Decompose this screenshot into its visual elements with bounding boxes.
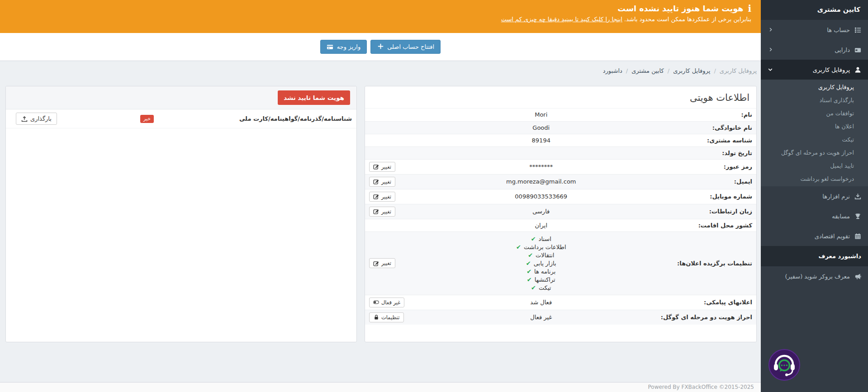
sidebar-item-referral-dashboard[interactable]: داشبورد معرف	[761, 246, 868, 266]
table-row-country: کشور محل اقامت: ایران	[365, 219, 756, 231]
sidebar-item-label: معرف بروکر شوید (سفیر)	[785, 273, 850, 280]
breadcrumb-user-profile[interactable]: پروفایل کاربری	[673, 67, 710, 74]
settings-label: تنظیمات	[381, 314, 400, 321]
list-item: اطلاعات برداشت✔	[451, 244, 631, 250]
change-label: تغییر	[381, 208, 391, 215]
toggle-off-icon	[373, 299, 379, 305]
change-notifications-button[interactable]: تغییر	[369, 258, 395, 268]
change-label: تغییر	[381, 260, 391, 266]
row-label: نام:	[635, 109, 756, 121]
submenu-item-my-agreements[interactable]: توافقات من	[761, 107, 868, 120]
sidebar-item-profile[interactable]: پروفایل کاربری	[761, 60, 868, 80]
change-password-button[interactable]: تغییر	[369, 162, 395, 172]
sidebar-item-assets[interactable]: دارایی	[761, 40, 868, 60]
list-item: بازار یابی✔	[451, 260, 631, 267]
edit-icon	[373, 194, 379, 199]
disable-sms-button[interactable]: غیر فعال	[369, 298, 404, 307]
row-label: اعلانهای پیامکی:	[635, 295, 756, 310]
sidebar-item-contest[interactable]: مسابقه	[761, 206, 868, 226]
breadcrumb-current: پروفایل کاربری	[720, 67, 757, 74]
sidebar-item-accounts[interactable]: حساب ها	[761, 20, 868, 40]
change-mobile-button[interactable]: تغییر	[369, 192, 395, 202]
footer: Powered By FXBackOffice ©2015-2025	[0, 382, 761, 392]
app-root: کابین مشتری حساب ها دارایی پروفایل کارب	[0, 0, 868, 392]
missing-info-link[interactable]: اینجا را کلیک کنید تا ببینید دقیقا چه چی…	[501, 16, 622, 23]
submenu-item-cancel-withdrawal[interactable]: درخواست لغو برداشت	[761, 172, 868, 185]
table-row-email: ایمیل: mg.moreza@gmail.com تغییر	[365, 174, 756, 189]
edit-icon	[373, 164, 379, 170]
sidebar-item-label: نرم افزارها	[822, 193, 850, 200]
check-icon: ✔	[531, 285, 536, 291]
sidebar-item-label: مسابقه	[832, 213, 850, 220]
row-value: ********	[447, 159, 635, 174]
footer-credit: Powered By FXBackOffice ©2015-2025	[648, 384, 754, 390]
support-chat-widget[interactable]	[768, 349, 800, 381]
sidebar-item-economic-calendar[interactable]: تقویم اقتصادی	[761, 226, 868, 246]
disable-label: غیر فعال	[381, 299, 400, 306]
table-row-lastname: نام خانوادگی: Goodi	[365, 121, 756, 134]
deposit-button[interactable]: واریز وجه	[320, 40, 367, 54]
row-value: فارسی	[447, 204, 635, 219]
sidebar-item-become-broker-referrer[interactable]: معرف بروکر شوید (سفیر)	[761, 266, 868, 286]
submenu-item-notifications[interactable]: اعلان ها	[761, 120, 868, 133]
change-language-button[interactable]: تغییر	[369, 207, 395, 217]
row-value: غیر فعال	[447, 310, 635, 325]
2fa-settings-button[interactable]: تنظیمات	[369, 312, 404, 322]
profile-submenu: پروفایل کاربری بارگذاری اسناد توافقات من…	[761, 80, 868, 186]
sidebar-item-label: پروفایل کاربری	[813, 66, 850, 73]
status-badge: خیر	[140, 115, 154, 123]
banner-subtitle: بنابراین برخی از عملکردها ممکن است محدود…	[9, 16, 751, 23]
breadcrumb-client-cabinet[interactable]: کابین مشتری	[631, 67, 664, 74]
banner-title-row: i هویت شما هنوز تایید نشده است	[9, 4, 751, 13]
upload-document-button[interactable]: بارگذاری	[16, 113, 57, 125]
change-label: تغییر	[381, 194, 391, 200]
trophy-icon	[854, 213, 861, 220]
row-value: ایران	[447, 219, 635, 231]
identity-not-verified-badge: هویت شما تایید نشد	[278, 90, 350, 105]
submenu-item-user-profile[interactable]: پروفایل کاربری	[761, 80, 868, 94]
table-row-birthdate: تاریخ تولد:	[365, 146, 756, 159]
breadcrumb-separator: /	[714, 67, 716, 74]
row-value: mg.moreza@gmail.com	[447, 174, 635, 189]
wallet-icon	[854, 46, 861, 53]
breadcrumb-dashboard[interactable]: داشبورد	[603, 67, 622, 74]
row-value: فعال شد	[447, 295, 635, 310]
identity-warning-banner: i هویت شما هنوز تایید نشده است بنابراین …	[0, 0, 761, 33]
submenu-item-email-verify[interactable]: تایید ایمیل	[761, 159, 868, 172]
row-label: کشور محل اقامت:	[635, 219, 756, 231]
info-icon: i	[748, 4, 751, 13]
check-icon: ✔	[526, 260, 531, 266]
sidebar-item-software[interactable]: نرم افزارها	[761, 186, 868, 206]
table-row-notification-preferences: تنظیمات برگزیده اعلان‌ها: اسناد✔ اطلاعات…	[365, 231, 756, 295]
row-label: شناسه مشتری:	[635, 134, 756, 146]
submenu-item-google-2fa[interactable]: احراز هویت دو مرحله ای گوگل	[761, 146, 868, 159]
identity-info-panel: اطلاعات هویتی نام: Mori نام خانوادگی: Go…	[365, 86, 757, 342]
table-row-google-2fa: احراز هویت دو مرحله ای گوگل: غیر فعال تن…	[365, 310, 756, 325]
submenu-item-ticket[interactable]: تیکت	[761, 133, 868, 146]
check-icon: ✔	[527, 277, 532, 283]
check-icon: ✔	[516, 244, 521, 250]
chevron-down-icon	[768, 67, 773, 72]
table-row-language: زبان ارتباطات: فارسی تغییر	[365, 204, 756, 219]
document-name: شناسنامه/گذرنامه/گواهینامه/کارت ملی	[181, 115, 352, 122]
bullhorn-icon	[854, 273, 861, 280]
user-icon	[854, 66, 861, 73]
chevron-right-icon	[768, 27, 773, 33]
chevron-right-icon	[768, 47, 773, 52]
change-email-button[interactable]: تغییر	[369, 177, 395, 187]
deposit-label: واریز وجه	[337, 43, 360, 50]
main-area: i هویت شما هنوز تایید نشده است بنابراین …	[0, 0, 761, 392]
page-content: داشبورد / کابین مشتری / پروفایل کاربری /…	[0, 61, 761, 382]
list-item: اسناد✔	[451, 236, 631, 242]
open-main-account-button[interactable]: افتتاح حساب اصلی	[370, 40, 441, 54]
identity-panel-title: اطلاعات هویتی	[365, 86, 756, 109]
table-row-client-id: شناسه مشتری: 89194	[365, 134, 756, 146]
document-status: خیر	[113, 115, 181, 123]
sidebar-item-label: حساب ها	[827, 27, 850, 33]
panels-row: اطلاعات هویتی نام: Mori نام خانوادگی: Go…	[5, 86, 757, 342]
check-icon: ✔	[531, 236, 536, 242]
submenu-item-upload-documents[interactable]: بارگذاری اسناد	[761, 94, 868, 107]
row-label: ایمیل:	[635, 174, 756, 189]
check-icon: ✔	[528, 252, 533, 258]
upload-label: بارگذاری	[30, 115, 52, 122]
